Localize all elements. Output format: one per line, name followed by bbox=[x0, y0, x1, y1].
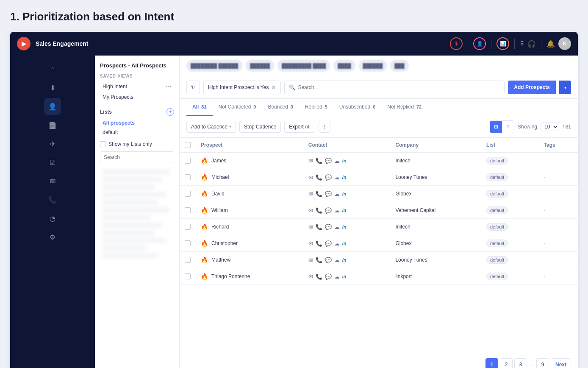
prospect-name-text[interactable]: Richard bbox=[211, 224, 229, 230]
page-3-button[interactable]: 3 bbox=[514, 358, 527, 368]
sms-icon[interactable]: 💬 bbox=[325, 240, 332, 247]
prospect-name-text[interactable]: Thiago Pontenhe bbox=[211, 273, 250, 279]
person-nav-icon[interactable]: 👤 bbox=[473, 37, 486, 50]
filter-icon-button[interactable]: ⧨ bbox=[186, 81, 200, 94]
row-select-checkbox[interactable] bbox=[185, 257, 191, 263]
list-all-prospects[interactable]: All prospects bbox=[100, 118, 174, 128]
tab-bounced[interactable]: Bounced 0 bbox=[262, 99, 299, 116]
prospect-name-text[interactable]: Matthew bbox=[211, 257, 230, 263]
sidebar-phone-icon[interactable]: 📞 bbox=[44, 191, 61, 208]
filter-tag-close-icon[interactable]: ✕ bbox=[271, 84, 276, 91]
show-my-lists-checkbox[interactable] bbox=[100, 141, 106, 147]
phone-icon[interactable]: 📞 bbox=[316, 240, 322, 247]
phone-icon[interactable]: 📞 bbox=[316, 158, 322, 164]
email-icon[interactable]: ✉ bbox=[308, 240, 313, 247]
phone-icon[interactable]: 📞 bbox=[316, 224, 322, 230]
sms-icon[interactable]: 💬 bbox=[325, 174, 332, 181]
sidebar-person-icon[interactable]: 👤 bbox=[44, 98, 61, 115]
prospect-name-text[interactable]: Michael bbox=[211, 174, 229, 180]
select-all-checkbox[interactable] bbox=[185, 142, 191, 148]
linkedin-icon[interactable]: in bbox=[342, 274, 347, 279]
export-all-button[interactable]: Export All bbox=[284, 121, 315, 133]
cloud-icon[interactable]: ☁ bbox=[334, 174, 340, 181]
chart-nav-icon[interactable]: 📊 bbox=[496, 37, 509, 50]
prospect-name-text[interactable]: Christopher bbox=[211, 240, 238, 246]
sms-icon[interactable]: 💬 bbox=[325, 273, 332, 280]
headset-icon[interactable]: 🎧 bbox=[527, 40, 536, 48]
email-icon[interactable]: ✉ bbox=[308, 273, 313, 280]
row-select-checkbox[interactable] bbox=[185, 207, 191, 213]
row-select-checkbox[interactable] bbox=[185, 273, 191, 279]
cloud-icon[interactable]: ☁ bbox=[334, 240, 340, 247]
linkedin-icon[interactable]: in bbox=[342, 241, 347, 246]
sms-icon[interactable]: 💬 bbox=[325, 257, 332, 263]
sidebar-home-icon[interactable]: ⌂ bbox=[44, 61, 61, 78]
sidebar-download-icon[interactable]: ⬇ bbox=[44, 79, 61, 96]
phone-icon[interactable]: 📞 bbox=[316, 174, 322, 181]
email-icon[interactable]: ✉ bbox=[308, 224, 313, 230]
sidebar-task-icon[interactable]: ☑ bbox=[44, 154, 61, 171]
prospect-name-text[interactable]: James bbox=[211, 158, 226, 164]
row-select-checkbox[interactable] bbox=[185, 240, 191, 246]
linkedin-icon[interactable]: in bbox=[342, 175, 347, 180]
page-9-button[interactable]: 9 bbox=[536, 358, 549, 368]
more-options-button[interactable]: ⋮ bbox=[319, 121, 330, 133]
page-2-button[interactable]: 2 bbox=[500, 358, 513, 368]
lists-search-input[interactable] bbox=[100, 151, 174, 163]
sidebar-chart-icon[interactable]: ◔ bbox=[44, 210, 61, 227]
add-prospects-dropdown-button[interactable]: ▾ bbox=[559, 81, 571, 94]
linkedin-icon[interactable]: in bbox=[342, 257, 347, 262]
prospect-name-text[interactable]: William bbox=[211, 207, 228, 213]
list-default[interactable]: default bbox=[100, 128, 174, 137]
next-page-button[interactable]: Next bbox=[551, 358, 571, 368]
cloud-icon[interactable]: ☁ bbox=[334, 191, 340, 197]
cloud-icon[interactable]: ☁ bbox=[334, 207, 340, 214]
user-avatar[interactable]: K bbox=[558, 37, 571, 50]
linkedin-icon[interactable]: in bbox=[342, 208, 347, 213]
tab-all[interactable]: All 81 bbox=[186, 99, 213, 116]
high-intent-dots-icon[interactable]: ⋯ bbox=[166, 83, 172, 90]
email-icon[interactable]: ✉ bbox=[308, 191, 313, 197]
row-select-checkbox[interactable] bbox=[185, 224, 191, 230]
row-select-checkbox[interactable] bbox=[185, 158, 191, 164]
add-prospects-button[interactable]: Add Prospects bbox=[508, 81, 556, 94]
tab-replied[interactable]: Replied 5 bbox=[299, 99, 333, 116]
page-1-button[interactable]: 1 bbox=[485, 358, 498, 368]
tab-not-replied[interactable]: Not Replied 72 bbox=[381, 99, 427, 116]
sms-icon[interactable]: 💬 bbox=[325, 207, 332, 214]
saved-view-my-prospects[interactable]: My Prospects bbox=[100, 92, 174, 102]
linkedin-icon[interactable]: in bbox=[342, 224, 347, 229]
sms-icon[interactable]: 💬 bbox=[325, 224, 332, 230]
saved-view-high-intent[interactable]: High Intent ⋯ bbox=[100, 81, 174, 92]
sidebar-send-icon[interactable]: ✈ bbox=[44, 135, 61, 152]
prospects-search-input[interactable] bbox=[298, 84, 500, 90]
sidebar-doc-icon[interactable]: 📄 bbox=[44, 117, 61, 134]
email-icon[interactable]: ✉ bbox=[308, 257, 313, 263]
row-select-checkbox[interactable] bbox=[185, 174, 191, 180]
cloud-icon[interactable]: ☁ bbox=[334, 273, 340, 280]
grid-nav-icon[interactable]: ⠿ bbox=[520, 40, 524, 47]
add-list-button[interactable]: + bbox=[166, 108, 174, 116]
email-icon[interactable]: ✉ bbox=[308, 174, 313, 181]
phone-icon[interactable]: 📞 bbox=[316, 273, 322, 280]
linkedin-icon[interactable]: in bbox=[342, 191, 347, 196]
row-select-checkbox[interactable] bbox=[185, 191, 191, 197]
bell-icon[interactable]: 🔔 bbox=[546, 40, 555, 48]
cloud-icon[interactable]: ☁ bbox=[334, 158, 340, 164]
cloud-icon[interactable]: ☁ bbox=[334, 224, 340, 230]
phone-icon[interactable]: 📞 bbox=[316, 191, 322, 197]
cloud-icon[interactable]: ☁ bbox=[334, 257, 340, 263]
sidebar-settings-icon[interactable]: ⚙ bbox=[44, 229, 61, 245]
grid-view-button[interactable]: ⊞ bbox=[490, 121, 502, 133]
email-icon[interactable]: ✉ bbox=[308, 207, 313, 214]
app-logo[interactable]: ▶ bbox=[17, 37, 31, 50]
add-to-cadence-button[interactable]: Add to Cadence ▾ bbox=[186, 121, 236, 133]
dollar-icon[interactable]: $ bbox=[450, 37, 463, 50]
sms-icon[interactable]: 💬 bbox=[325, 191, 332, 197]
prospect-name-text[interactable]: David bbox=[211, 191, 225, 197]
linkedin-icon[interactable]: in bbox=[342, 158, 347, 163]
email-icon[interactable]: ✉ bbox=[308, 158, 313, 164]
phone-icon[interactable]: 📞 bbox=[316, 257, 322, 263]
showing-count-select[interactable]: 10 25 50 bbox=[541, 123, 559, 131]
tab-not-contacted[interactable]: Not Contacted 0 bbox=[213, 99, 262, 116]
